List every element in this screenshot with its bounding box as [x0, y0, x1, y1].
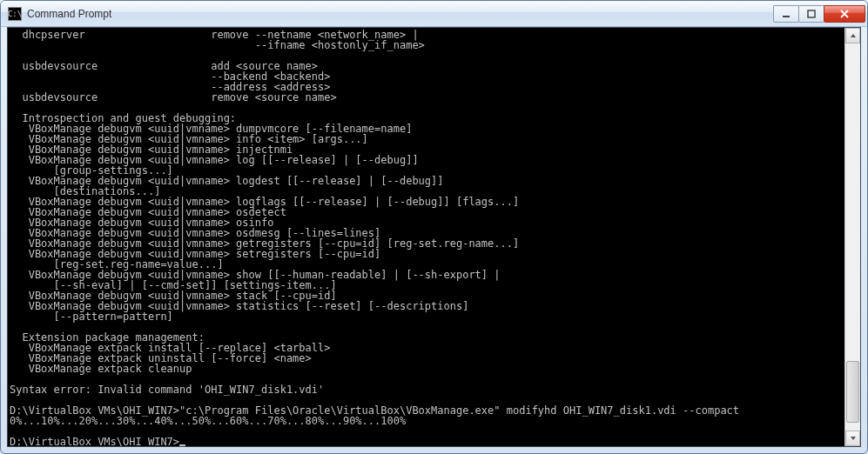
- scroll-track[interactable]: [845, 43, 860, 431]
- close-button[interactable]: [824, 5, 865, 23]
- cursor: [179, 444, 185, 446]
- scroll-down-button[interactable]: [845, 431, 860, 446]
- svg-rect-0: [783, 16, 790, 17]
- titlebar[interactable]: C:\ Command Prompt: [1, 1, 867, 27]
- scroll-up-button[interactable]: [845, 28, 860, 43]
- scroll-thumb[interactable]: [846, 361, 859, 423]
- vertical-scrollbar[interactable]: [844, 28, 860, 446]
- svg-rect-1: [808, 10, 815, 17]
- console-output[interactable]: dhcpserver remove --netname <network_nam…: [8, 28, 844, 446]
- window-title: Command Prompt: [27, 8, 774, 20]
- cmd-icon: C:\: [8, 7, 22, 21]
- client-area: dhcpserver remove --netname <network_nam…: [7, 27, 861, 447]
- minimize-button[interactable]: [773, 5, 799, 23]
- maximize-button[interactable]: [798, 5, 824, 23]
- window-controls: [774, 5, 865, 23]
